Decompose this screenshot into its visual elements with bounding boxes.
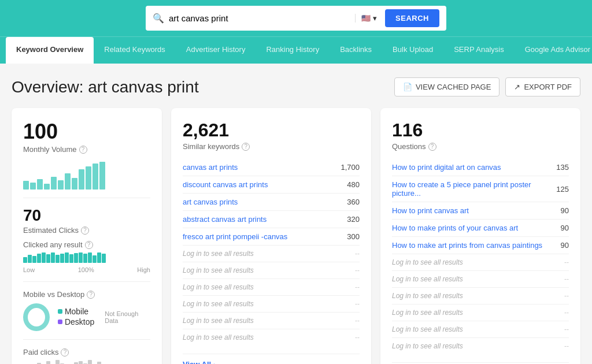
question-row: Log in to see all results-- [392,254,569,271]
keyword-count: 1,700 [341,163,360,172]
tab-backlinks[interactable]: Backlinks [330,37,382,64]
chart-bar [23,181,29,190]
locked-count: -- [355,300,360,308]
locked-keyword: Log in to see all results [183,333,254,341]
locked-count: -- [355,317,360,325]
page-actions: 📄 VIEW CACHED PAGE ↗ EXPORT PDF [394,77,580,96]
file-icon: 📄 [403,83,412,91]
question-link[interactable]: How to create a 5 piece panel print post… [392,180,556,198]
estimated-clicks-info-icon[interactable]: ? [81,226,89,235]
chart-bar [86,166,91,190]
keyword-link[interactable]: fresco art print pompeii -canvas [183,232,287,241]
locked-keyword: Log in to see all results [183,283,254,291]
chevron-down-icon: ▾ [373,14,377,23]
keyword-link[interactable]: discount canvas art prints [183,180,268,189]
search-icon: 🔍 [153,13,164,24]
similar-keywords-info-icon[interactable]: ? [242,143,250,151]
question-row: How to make art prints from canvas paint… [392,237,569,254]
keyword-count: 320 [347,215,360,224]
search-input[interactable] [169,13,350,23]
chart-bar [99,162,105,190]
export-icon: ↗ [514,83,520,91]
tab-bulk-upload[interactable]: Bulk Upload [382,37,443,64]
keyword-link[interactable]: art canvas prints [183,198,238,206]
questions-count: 116 [392,120,569,141]
locked-count: -- [355,266,360,274]
tab-google-ads-advisor[interactable]: Google Ads Advisor [515,37,592,64]
mvd-legend-area: Mobile Desktop [58,307,94,328]
locked-count: -- [355,250,360,258]
chart-bar [37,179,43,190]
locked-keyword: Log in to see all results [183,250,254,258]
question-link[interactable]: How to print digital art on canvas [392,163,501,172]
chart-bar [30,183,36,190]
locked-question: Log in to see all results [392,325,463,333]
questions-list: How to print digital art on canvas135How… [392,159,569,354]
locked-count: -- [564,275,569,283]
question-count: 135 [556,163,569,172]
mobile-dot [58,309,62,314]
locked-count: -- [564,342,569,350]
chart-bar [44,184,50,190]
question-row: How to make prints of your canvas art90 [392,220,569,237]
view-cached-page-button[interactable]: 📄 VIEW CACHED PAGE [394,77,500,96]
monthly-volume-number: 100 [23,120,150,144]
locked-count: -- [355,283,360,291]
clicked-any-result-info-icon[interactable]: ? [85,241,93,249]
legend-desktop: Desktop [58,317,94,326]
page-title: Overview: art canvas print [12,78,199,96]
keyword-row: discount canvas art prints480 [183,176,360,194]
locked-count: -- [564,292,569,300]
chart-bar [92,164,98,190]
tab-advertiser-history[interactable]: Advertiser History [176,37,256,64]
tab-ranking-history[interactable]: Ranking History [256,37,330,64]
keyword-row: Log in to see all results-- [183,329,360,346]
keyword-link[interactable]: canvas art prints [183,163,238,172]
cards-grid: 100 Monthly Volume ? 70 [12,108,580,364]
clicked-any-result-label: Clicked any result ? [23,240,150,249]
chart-bar [65,173,71,190]
locked-keyword: Log in to see all results [183,300,254,308]
monthly-volume-info-icon[interactable]: ? [79,146,87,154]
locked-count: -- [564,309,569,317]
paid-clicks-bars [23,360,150,364]
export-pdf-button[interactable]: ↗ EXPORT PDF [505,77,580,96]
question-link[interactable]: How to make prints of your canvas art [392,224,518,232]
question-row: How to print canvas art90 [392,202,569,220]
paid-clicks-info-icon[interactable]: ? [61,348,69,356]
estimated-clicks-label: Estimated Clicks ? [23,226,150,235]
keyword-row: abstract canvas art prints320 [183,211,360,228]
keyword-row: art canvas prints360 [183,194,360,211]
tab-serp-analysis[interactable]: SERP Analysis [443,37,514,64]
legend-mobile: Mobile [58,307,94,316]
chart-bar [72,178,77,190]
question-count: 90 [561,241,569,250]
similar-keywords-list: canvas art prints1,700discount canvas ar… [183,159,360,346]
keyword-row: Log in to see all results-- [183,313,360,329]
locked-keyword: Log in to see all results [183,317,254,325]
tab-related-keywords[interactable]: Related Keywords [94,37,176,64]
question-link[interactable]: How to print canvas art [392,206,469,215]
desktop-dot [58,320,62,324]
mvd-info-icon[interactable]: ? [87,291,95,299]
questions-info-icon[interactable]: ? [428,143,436,151]
keyword-row: Log in to see all results-- [183,279,360,296]
divider [23,198,150,198]
search-button[interactable]: SEARCH [385,9,439,27]
keyword-link[interactable]: abstract canvas art prints [183,215,267,224]
page-header: Overview: art canvas print 📄 VIEW CACHED… [12,77,580,96]
question-row: How to print digital art on canvas135 [392,159,569,176]
mvd-content: Mobile Desktop Not Enough Data [23,303,150,331]
keyword-count: 480 [347,180,360,189]
similar-keywords-view-all[interactable]: View All › [183,354,360,364]
flag-selector[interactable]: 🇺🇸 ▾ [355,14,377,23]
chevron-right-icon: › [213,361,216,365]
question-row: Log in to see all results-- [392,288,569,304]
question-count: 125 [556,185,569,194]
locked-count: -- [355,333,360,341]
tab-keyword-overview[interactable]: Keyword Overview [6,37,94,64]
question-link[interactable]: How to make art prints from canvas paint… [392,241,542,250]
keyword-count: 360 [347,198,360,206]
left-card: 100 Monthly Volume ? 70 [12,108,162,364]
monthly-volume-chart [23,161,150,190]
